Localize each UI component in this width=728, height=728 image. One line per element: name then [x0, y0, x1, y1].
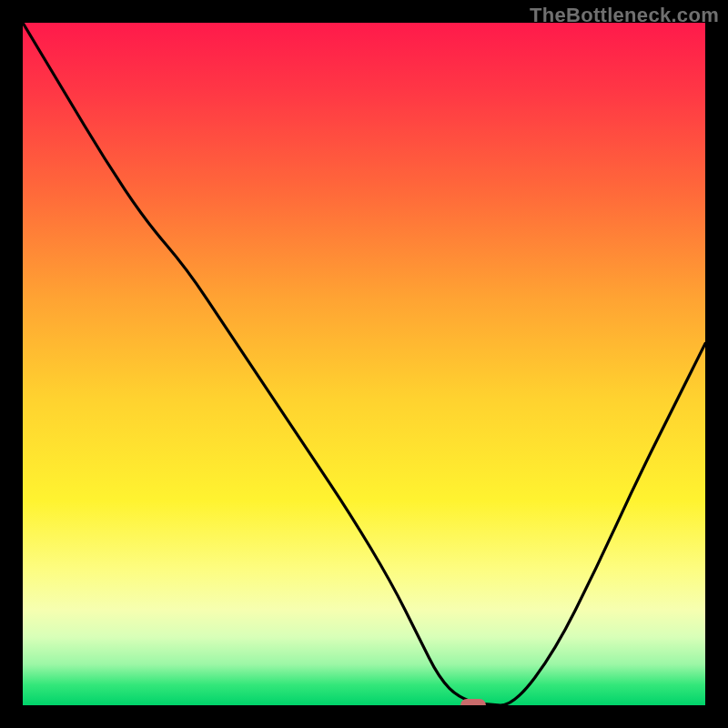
- optimal-point-marker: [460, 699, 486, 705]
- watermark-text: TheBottleneck.com: [530, 4, 719, 27]
- plot-area: [23, 23, 705, 705]
- chart-frame: TheBottleneck.com: [0, 0, 728, 728]
- bottleneck-curve: [23, 23, 705, 705]
